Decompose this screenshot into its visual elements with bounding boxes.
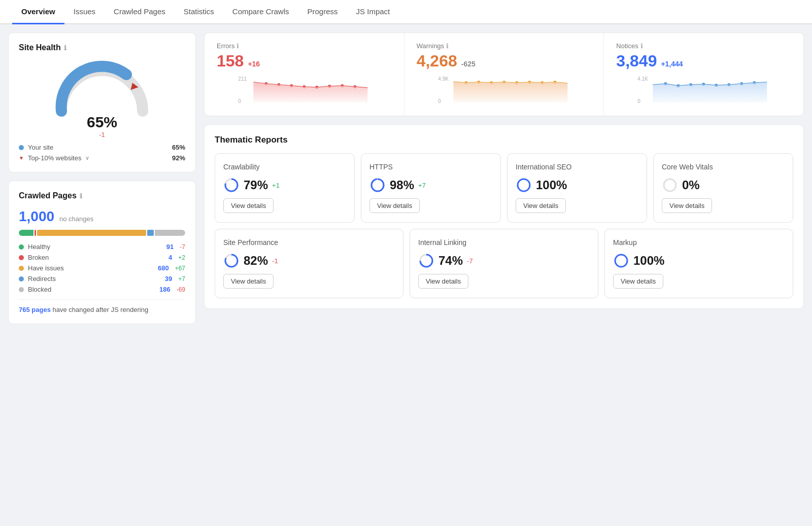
- svg-text:211: 211: [238, 76, 247, 82]
- international-seo-view-details-button[interactable]: View details: [516, 198, 566, 213]
- top10-triangle-icon: ▼: [19, 155, 24, 161]
- healthy-label: Healthy: [28, 243, 50, 251]
- errors-label: Errors: [217, 42, 234, 50]
- crawl-legend: Healthy 91 -7 Broken 4 +2 Have issues 68…: [19, 243, 185, 293]
- nav-compare-crawls[interactable]: Compare Crawls: [223, 0, 298, 24]
- report-https: HTTPS 98% +7 View details: [361, 153, 501, 223]
- notices-delta: +1,444: [661, 60, 683, 68]
- site-health-title: Site Health: [19, 43, 61, 52]
- crawled-count-row: 1,000 no changes: [19, 208, 185, 225]
- errors-card: Errors ℹ 158 +16 211 0: [205, 33, 404, 116]
- crawled-pages-title: Crawled Pages: [19, 191, 77, 200]
- crawled-pages-info-icon[interactable]: ℹ: [80, 192, 82, 200]
- svg-text:4.9K: 4.9K: [438, 76, 449, 82]
- errors-chart: 211 0: [217, 75, 392, 105]
- core-web-vitals-name: Core Web Vitals: [662, 163, 785, 171]
- internal-linking-delta: -7: [467, 257, 473, 265]
- notices-info-icon[interactable]: ℹ: [640, 42, 643, 50]
- https-circle-icon: [369, 177, 386, 193]
- thematic-reports-section: Thematic Reports Crawlability 79% +1 Vie…: [204, 124, 804, 309]
- svg-text:0: 0: [238, 98, 241, 104]
- markup-score-row: 100%: [613, 253, 785, 269]
- notices-card: Notices ℹ 3,849 +1,444 4.1K 0: [604, 33, 803, 116]
- site-performance-view-details-button[interactable]: View details: [223, 274, 274, 289]
- gauge-percent: 65%: [87, 114, 117, 130]
- nav-js-impact[interactable]: JS Impact: [347, 0, 399, 24]
- your-site-dot: [19, 145, 24, 150]
- pb-healthy: [19, 230, 33, 236]
- report-markup: Markup 100% View details: [604, 229, 793, 298]
- site-performance-circle-icon: [223, 253, 240, 269]
- js-pages-link[interactable]: 765 pages: [19, 306, 51, 313]
- site-health-info-icon[interactable]: ℹ: [64, 44, 66, 52]
- site-performance-score-row: 82% -1: [223, 253, 395, 269]
- your-site-label: Your site: [28, 144, 53, 151]
- crawlability-delta: +1: [272, 182, 280, 189]
- site-performance-delta: -1: [272, 257, 278, 265]
- nav-statistics[interactable]: Statistics: [175, 0, 223, 24]
- redirects-val: 39: [158, 275, 172, 283]
- nav-progress[interactable]: Progress: [298, 0, 347, 24]
- broken-label: Broken: [28, 254, 49, 261]
- internal-linking-score: 74%: [438, 254, 463, 268]
- gauge-delta: -1: [87, 131, 117, 138]
- redirects-delta: +7: [178, 275, 185, 283]
- site-health-legend: Your site 65% ▼ Top-10% websites ∨ 92%: [19, 144, 185, 162]
- top-navigation: Overview Issues Crawled Pages Statistics…: [0, 0, 812, 24]
- core-web-vitals-score: 0%: [682, 178, 700, 192]
- top10-chevron-icon: ∨: [85, 155, 89, 161]
- https-delta: +7: [418, 182, 426, 189]
- warnings-delta: -625: [461, 60, 476, 68]
- svg-point-41: [615, 255, 627, 267]
- errors-main: 158 +16: [217, 52, 392, 71]
- notices-label: Notices: [616, 42, 638, 50]
- nav-overview[interactable]: Overview: [12, 0, 64, 24]
- errors-info-icon[interactable]: ℹ: [236, 42, 239, 50]
- notices-main: 3,849 +1,444: [616, 52, 791, 71]
- markup-name: Markup: [613, 238, 785, 247]
- international-seo-name: International SEO: [516, 163, 638, 171]
- https-view-details-button[interactable]: View details: [369, 198, 420, 213]
- report-internal-linking: Internal Linking 74% -7 View details: [410, 229, 598, 298]
- core-web-vitals-view-details-button[interactable]: View details: [662, 198, 712, 213]
- notices-value: 3,849: [616, 52, 657, 71]
- crawl-row-blocked: Blocked 186 -69: [19, 286, 185, 293]
- warnings-value: 4,268: [417, 52, 457, 71]
- warnings-main: 4,268 -625: [417, 52, 592, 71]
- warnings-info-icon[interactable]: ℹ: [446, 42, 449, 50]
- pb-broken: [35, 230, 36, 236]
- gauge-svg: [51, 60, 153, 119]
- svg-text:0: 0: [638, 98, 641, 104]
- have-issues-dot: [19, 266, 24, 271]
- crawl-divider: [19, 299, 185, 300]
- js-rendering-text: 765 pages have changed after JS renderin…: [19, 306, 185, 313]
- crawlability-score: 79%: [244, 178, 268, 192]
- pb-have-issues: [37, 230, 146, 236]
- svg-text:4.1K: 4.1K: [638, 76, 649, 82]
- internal-linking-name: Internal Linking: [418, 238, 590, 247]
- internal-linking-circle-icon: [418, 253, 434, 269]
- broken-val: 4: [158, 254, 172, 261]
- thematic-bottom-grid: Site Performance 82% -1 View details Int…: [215, 229, 793, 298]
- healthy-delta: -7: [180, 243, 185, 251]
- svg-point-35: [518, 179, 530, 191]
- svg-point-36: [664, 179, 676, 191]
- blocked-delta: -69: [177, 286, 185, 293]
- crawl-row-have-issues: Have issues 680 +67: [19, 264, 185, 272]
- report-international-seo: International SEO 100% View details: [507, 153, 647, 223]
- redirects-label: Redirects: [28, 275, 56, 283]
- errors-delta: +16: [248, 60, 260, 68]
- top10-label: Top-10% websites: [28, 154, 82, 162]
- pb-redirects: [147, 230, 154, 236]
- blocked-dot: [19, 287, 24, 292]
- nav-issues[interactable]: Issues: [64, 0, 105, 24]
- have-issues-label: Have issues: [28, 264, 64, 272]
- international-seo-circle-icon: [516, 177, 532, 193]
- healthy-val: 91: [159, 243, 174, 251]
- crawlability-view-details-button[interactable]: View details: [223, 198, 274, 213]
- internal-linking-view-details-button[interactable]: View details: [418, 274, 468, 289]
- nav-crawled-pages[interactable]: Crawled Pages: [105, 0, 175, 24]
- gauge-center: 65% -1: [87, 114, 117, 138]
- js-rendering-suffix: have changed after JS rendering: [53, 306, 149, 313]
- markup-view-details-button[interactable]: View details: [613, 274, 663, 289]
